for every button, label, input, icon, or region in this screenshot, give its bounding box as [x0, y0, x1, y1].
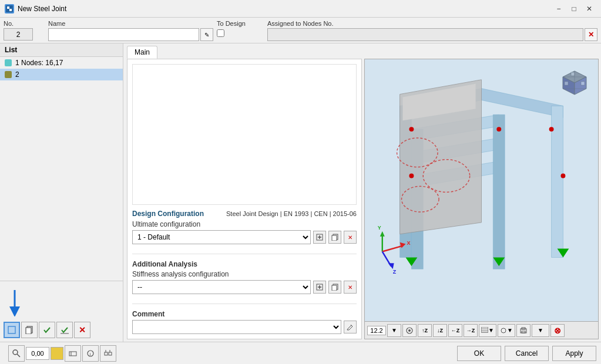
view-left-button[interactable]: ←Z [448, 324, 462, 337]
color-box[interactable] [51, 347, 63, 360]
comment-edit-button[interactable] [344, 321, 357, 333]
additional-label: Additional Analysis [132, 260, 357, 268]
svg-rect-5 [9, 328, 14, 332]
viewport: Y X Z [364, 59, 599, 322]
svg-rect-76 [109, 352, 112, 355]
stiffness-label: Stiffness analysis configuration [132, 270, 357, 278]
no-input[interactable] [4, 28, 33, 41]
close-button[interactable]: ✕ [582, 3, 596, 15]
svg-rect-1 [7, 6, 9, 9]
svg-rect-62 [481, 327, 488, 332]
content-area: List 1 Nodes: 16,17 2 [0, 43, 601, 342]
viewport-toolbar: 12.2 ▼ ↑Z ↓Z ←Z →Z ▼ [364, 322, 599, 339]
bottom-buttons-bar: 0,00 i OK Cancel Apply [0, 342, 601, 364]
zoom-control: 12.2 ▼ [367, 324, 401, 337]
display-options-button[interactable]: ▼ [479, 324, 496, 337]
svg-rect-2 [9, 9, 12, 11]
right-panel: Y X Z [364, 59, 599, 339]
sidebar-bottom: ✕ [0, 281, 123, 342]
list-item-selected[interactable]: 2 [0, 69, 123, 80]
info-button[interactable]: i [82, 345, 99, 362]
svg-marker-28 [493, 114, 505, 269]
stiffness-new-button[interactable] [313, 281, 326, 294]
display-toggle-button[interactable] [65, 345, 81, 362]
assigned-delete-button[interactable]: ✕ [585, 28, 597, 41]
title-bar-left: New Steel Joint [5, 4, 66, 14]
main-container: No. Name ✎ To Design Assigned to Nodes N… [0, 18, 601, 364]
main-panel: Main Design Configuration Steel Joint De… [123, 43, 601, 342]
svg-text:Z: Z [393, 269, 397, 275]
sidebar-list: 1 Nodes: 16,17 2 [0, 57, 123, 169]
ultimate-copy-button[interactable] [328, 231, 341, 244]
ultimate-delete-button[interactable]: ✕ [344, 231, 357, 244]
ok-button[interactable]: OK [457, 346, 501, 361]
stiffness-copy-button[interactable] [328, 281, 341, 294]
left-panel: Design Configuration Steel Joint Design … [127, 59, 362, 339]
print-button[interactable] [516, 324, 531, 337]
apply-button[interactable]: Apply [552, 346, 596, 361]
cancel-button[interactable]: Cancel [505, 346, 549, 361]
arrow-down-icon [6, 287, 35, 316]
svg-rect-75 [105, 352, 108, 355]
no-field: No. [4, 20, 45, 41]
name-edit-button[interactable]: ✎ [200, 28, 213, 41]
tab-main[interactable]: Main [127, 46, 157, 59]
assigned-input[interactable] [267, 28, 583, 41]
list-item[interactable]: 1 Nodes: 16,17 [0, 57, 123, 69]
preview-area [132, 64, 357, 205]
view-top-button[interactable]: ↑Z [418, 324, 432, 337]
app-icon [5, 4, 14, 14]
render-options-button[interactable]: ▼ [498, 324, 515, 337]
zoom-dropdown-button[interactable]: ▼ [387, 324, 401, 337]
search-button[interactable] [8, 345, 25, 362]
name-label: Name [48, 20, 213, 27]
window-controls: − □ ✕ [552, 3, 596, 15]
svg-rect-71 [69, 352, 76, 356]
to-design-checkbox-row [217, 28, 264, 37]
nav-cube[interactable] [557, 65, 592, 100]
assigned-row: ✕ [267, 28, 597, 41]
to-design-label: To Design [217, 20, 264, 27]
maximize-button[interactable]: □ [567, 3, 581, 15]
check2-button[interactable] [56, 322, 73, 338]
to-design-checkbox[interactable] [217, 29, 224, 37]
ultimate-select[interactable]: 1 - Default [132, 230, 311, 244]
ultimate-new-button[interactable] [313, 231, 326, 244]
properties-button[interactable] [100, 345, 116, 362]
new-joint-button[interactable] [4, 322, 20, 338]
no-label: No. [4, 20, 45, 27]
name-field: Name ✎ [48, 20, 213, 41]
minimize-button[interactable]: − [552, 3, 566, 15]
svg-point-34 [409, 127, 414, 132]
reset-view-button[interactable]: ⊗ [550, 324, 565, 337]
render-mode-button[interactable] [402, 324, 417, 337]
svg-rect-54 [571, 72, 575, 76]
bottom-toolbar-left: 0,00 i [5, 345, 116, 362]
title-bar: New Steel Joint − □ ✕ [0, 0, 601, 18]
print-options-button[interactable]: ▼ [532, 324, 549, 337]
config-label-row: Design Configuration Steel Joint Design … [132, 210, 357, 218]
svg-text:i: i [90, 352, 91, 357]
delete-button[interactable]: ✕ [74, 322, 90, 338]
stiffness-delete-button[interactable]: ✕ [344, 281, 357, 294]
num-display: 0,00 [26, 347, 49, 360]
svg-rect-7 [26, 328, 31, 334]
stiffness-select[interactable]: -- [132, 280, 311, 294]
stiffness-config-row: -- ✕ [132, 280, 357, 294]
svg-line-70 [17, 354, 20, 357]
design-config-section: Design Configuration Steel Joint Design … [132, 210, 357, 249]
view-front-button[interactable]: ↓Z [433, 324, 447, 337]
list-item-icon-1 [5, 59, 12, 66]
svg-text:Y: Y [378, 225, 381, 231]
copy-button[interactable] [21, 322, 38, 338]
svg-rect-13 [332, 235, 337, 241]
check-button[interactable] [39, 322, 55, 338]
svg-text:X: X [407, 240, 410, 246]
svg-point-65 [501, 328, 506, 333]
comment-section: Comment [132, 304, 357, 334]
svg-rect-55 [565, 82, 568, 85]
svg-point-37 [560, 174, 565, 178]
view-right-button[interactable]: →Z [464, 324, 478, 337]
comment-input[interactable] [132, 320, 341, 334]
name-input[interactable] [48, 28, 199, 41]
